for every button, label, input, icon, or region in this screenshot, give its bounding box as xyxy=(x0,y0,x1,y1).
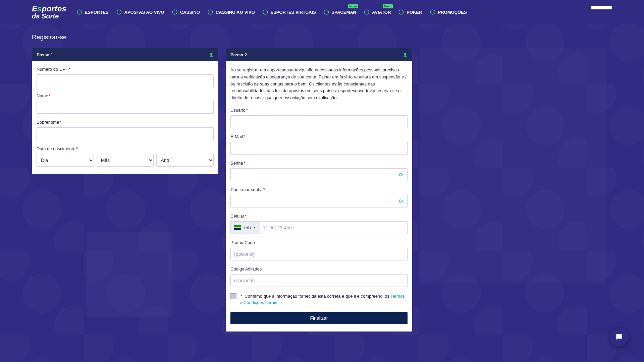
dob-month-select[interactable]: Mês xyxy=(97,154,154,167)
conf-senha-input[interactable] xyxy=(230,195,408,207)
phone-prefix-text: +55 xyxy=(243,225,251,230)
nav-label: AVIATOR xyxy=(372,10,391,15)
confirm-checkbox[interactable] xyxy=(230,293,236,299)
intro-text: Ao se registrar em esportesdasortevip, s… xyxy=(230,67,408,102)
svg-point-1 xyxy=(117,10,121,14)
field-afiliados: Código Afiliados xyxy=(230,266,408,287)
conf-senha-label: Confirmar senha* xyxy=(230,187,408,192)
email-label: E-Mail* xyxy=(230,134,408,139)
promo-input[interactable] xyxy=(230,248,408,260)
spaceman-icon xyxy=(323,9,329,15)
virtual-sports-icon xyxy=(262,9,268,15)
svg-point-5 xyxy=(324,10,329,14)
field-usuario: Usuário* xyxy=(230,108,408,128)
page-title: Registrar-se xyxy=(32,34,612,41)
field-promo: Promo Code xyxy=(230,240,408,260)
step1-card: Passo 1 Número do CPF* Nome* Sobrenome* xyxy=(32,48,218,174)
nav-item-apostas-ao-vivo[interactable]: APOSTAS AO VIVO xyxy=(116,9,164,15)
senha-label: Senha* xyxy=(230,161,408,166)
nav-item-cassino-ao-vivo[interactable]: CASSINO AO VIVO xyxy=(207,9,255,15)
senha-input[interactable] xyxy=(230,168,408,181)
nav-label: CASSINO xyxy=(180,10,200,15)
field-sobrenome: Sobrenome* xyxy=(37,120,214,140)
celular-label: Celular* xyxy=(230,214,408,219)
step1-header: Passo 1 xyxy=(32,48,218,61)
nav-label: PROMOÇÕES xyxy=(438,10,467,15)
dob-label: Data de nascimento* xyxy=(37,146,214,151)
celular-input[interactable] xyxy=(260,221,408,234)
svg-point-4 xyxy=(263,10,268,14)
confirm-text: Confirmo que a informação fornecida está… xyxy=(245,294,390,299)
main-nav: ESPORTESAPOSTAS AO VIVOCASSINOCASSINO AO… xyxy=(76,9,467,15)
promotions-icon xyxy=(430,9,436,15)
nome-label: Nome* xyxy=(37,93,214,98)
user-icon xyxy=(209,53,214,57)
field-confirmar-senha: Confirmar senha* xyxy=(230,187,408,207)
nome-input[interactable] xyxy=(37,101,214,114)
header: Esportes da Sorte ESPORTESAPOSTAS AO VIV… xyxy=(0,0,644,24)
step2-body: Ao se registrar em esportesdasortevip, s… xyxy=(226,61,412,331)
step1-body: Número do CPF* Nome* Sobrenome* Data de … xyxy=(32,61,218,174)
nav-label: ESPORTES xyxy=(85,10,109,15)
afiliados-label: Código Afiliados xyxy=(230,266,408,272)
casino-icon xyxy=(172,9,178,15)
usuario-input[interactable] xyxy=(230,115,408,128)
small-promo-box xyxy=(87,232,172,317)
eye-icon[interactable] xyxy=(398,198,404,204)
svg-point-0 xyxy=(77,10,82,14)
aviator-icon xyxy=(364,9,370,15)
sobrenome-input[interactable] xyxy=(37,127,214,140)
nav-item-aviator[interactable]: AVIATORNovo xyxy=(364,9,391,15)
nav-item-cassino[interactable]: CASSINO xyxy=(172,9,200,15)
chevron-down-icon: ▼ xyxy=(253,226,256,229)
field-nome: Nome* xyxy=(37,93,214,114)
nav-item-spaceman[interactable]: SPACEMANNovo xyxy=(323,9,356,15)
confirm-text-wrap: * Confirmo que a informação fornecida es… xyxy=(240,293,408,306)
flag-brazil-icon xyxy=(234,225,241,230)
cpf-input[interactable] xyxy=(37,74,214,87)
nav-item-poker[interactable]: POKER xyxy=(398,9,422,15)
nav-item-esportes-virtuais[interactable]: ESPORTES VIRTUAIS xyxy=(262,9,316,15)
live-bets-icon xyxy=(116,9,122,15)
nav-label: ESPORTES VIRTUAIS xyxy=(271,10,316,15)
logo-text-line2: da Sorte xyxy=(32,13,66,19)
confirm-row: * Confirmo que a informação fornecida es… xyxy=(230,293,408,306)
nav-label: POKER xyxy=(407,10,422,15)
field-cpf: Número do CPF* xyxy=(37,67,214,87)
svg-point-8 xyxy=(430,10,435,14)
phone-prefix[interactable]: +55 ▼ xyxy=(230,221,260,234)
nav-item-promoções[interactable]: PROMOÇÕES xyxy=(430,9,467,15)
logo-text-pre: E xyxy=(32,4,37,13)
sobrenome-label: Sobrenome* xyxy=(37,120,214,125)
badge-novo: Novo xyxy=(348,4,359,8)
submit-button[interactable]: Finalizar xyxy=(230,312,408,324)
step2-title: Passo 2 xyxy=(230,52,247,57)
field-email: E-Mail* xyxy=(230,134,408,155)
sports-icon xyxy=(76,9,83,15)
svg-point-7 xyxy=(399,10,404,14)
header-right-box xyxy=(591,6,612,9)
poker-icon xyxy=(398,9,404,15)
field-celular: Celular* +55 ▼ xyxy=(230,214,408,234)
step1-title: Passo 1 xyxy=(37,52,53,57)
dob-day-select[interactable]: Dia xyxy=(37,154,94,167)
svg-point-2 xyxy=(172,10,177,14)
live-casino-icon xyxy=(207,9,213,15)
cpf-label: Número do CPF* xyxy=(37,67,214,72)
afiliados-input[interactable] xyxy=(230,274,408,287)
step2-header: Passo 2 xyxy=(226,48,412,61)
usuario-label: Usuário* xyxy=(230,108,408,113)
dob-year-select[interactable]: Ano xyxy=(156,154,214,167)
user-icon xyxy=(403,53,408,57)
nav-item-esportes[interactable]: ESPORTES xyxy=(76,9,109,15)
step2-card: Passo 2 Ao se registrar em esportesdasor… xyxy=(226,48,412,331)
logo-text-post: portes xyxy=(42,4,66,13)
nav-label: SPACEMAN xyxy=(332,10,356,15)
email-input[interactable] xyxy=(230,142,408,155)
svg-point-3 xyxy=(208,10,213,14)
page: Registrar-se Passo 1 Número do CPF* Nome… xyxy=(0,24,644,345)
eye-icon[interactable] xyxy=(398,172,404,177)
field-senha: Senha* xyxy=(230,161,408,181)
brand-logo[interactable]: Esportes da Sorte xyxy=(32,5,66,19)
side-promo-panel xyxy=(420,48,606,283)
